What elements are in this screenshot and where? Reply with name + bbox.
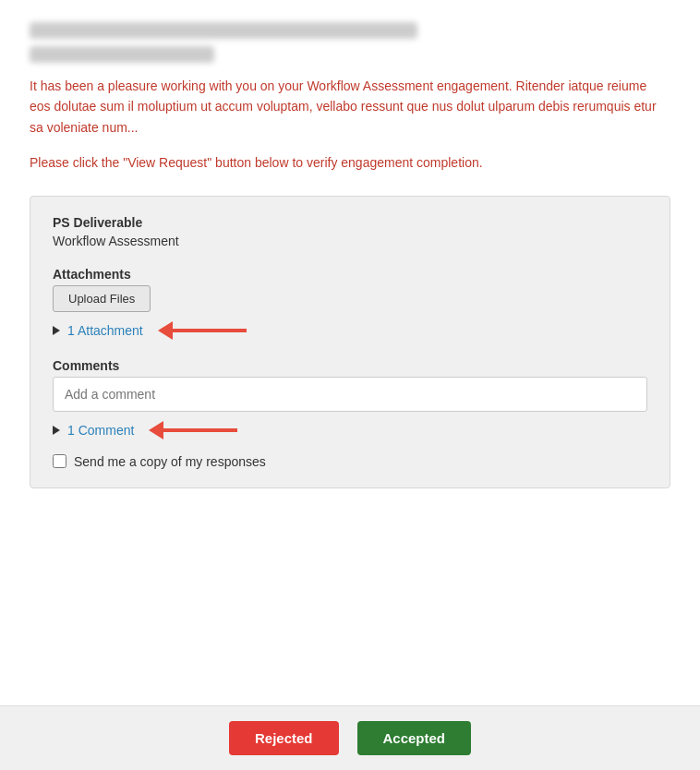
content-area: It has been a pleasure working with you … bbox=[0, 0, 700, 705]
attachments-label: Attachments bbox=[53, 267, 647, 282]
deliverable-card: PS Deliverable Workflow Assessment Attac… bbox=[30, 196, 670, 488]
accepted-button[interactable]: Accepted bbox=[357, 721, 472, 755]
comment-link[interactable]: 1 Comment bbox=[67, 423, 134, 438]
blurred-title-area bbox=[30, 22, 670, 63]
attachment-arrow bbox=[158, 321, 247, 340]
blurred-title-line-2 bbox=[30, 46, 214, 63]
comments-section: Comments 1 Comment bbox=[53, 358, 647, 439]
comments-label: Comments bbox=[53, 358, 647, 373]
click-paragraph: Please click the "View Request" button b… bbox=[30, 152, 670, 173]
rejected-button[interactable]: Rejected bbox=[229, 721, 339, 755]
upload-files-button[interactable]: Upload Files bbox=[53, 285, 151, 312]
footer-bar: Rejected Accepted bbox=[0, 705, 700, 770]
comment-arrow bbox=[149, 421, 237, 439]
arrow-head-icon bbox=[158, 321, 173, 340]
comment-arrow-head-icon bbox=[149, 421, 163, 439]
page-wrapper: It has been a pleasure working with you … bbox=[0, 0, 700, 770]
comment-arrow-line bbox=[163, 428, 237, 432]
attachment-expand-row: 1 Attachment bbox=[53, 321, 647, 340]
comment-expand-row: 1 Comment bbox=[53, 421, 647, 439]
blurred-title-line-1 bbox=[30, 22, 417, 39]
attachment-expand-triangle[interactable] bbox=[53, 326, 60, 335]
attachments-section: Attachments Upload Files 1 Attachment bbox=[53, 267, 647, 340]
deliverable-label: PS Deliverable bbox=[53, 215, 647, 230]
copy-checkbox-row: Send me a copy of my responses bbox=[53, 454, 647, 469]
deliverable-value: Workflow Assessment bbox=[53, 234, 647, 248]
copy-checkbox[interactable] bbox=[53, 454, 66, 468]
copy-checkbox-label: Send me a copy of my responses bbox=[74, 454, 266, 469]
arrow-line bbox=[173, 329, 247, 332]
comment-expand-triangle[interactable] bbox=[53, 426, 60, 435]
attachment-link[interactable]: 1 Attachment bbox=[67, 323, 143, 338]
comment-input[interactable] bbox=[53, 377, 647, 412]
intro-paragraph-1: It has been a pleasure working with you … bbox=[30, 76, 670, 138]
